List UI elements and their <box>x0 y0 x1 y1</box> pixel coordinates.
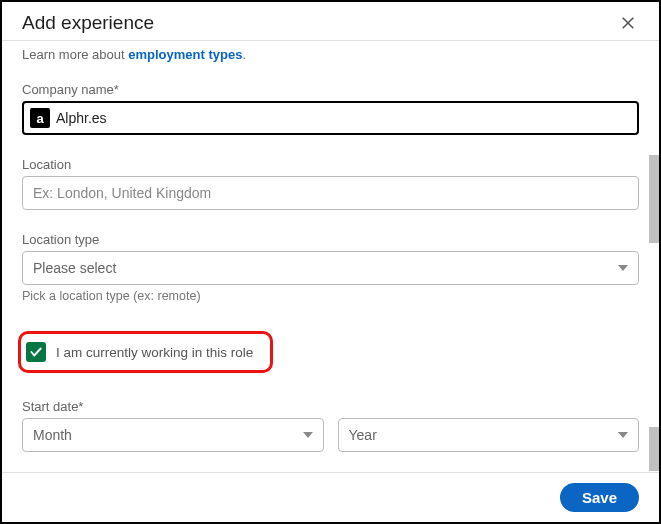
chevron-down-icon <box>618 432 628 438</box>
currently-working-label: I am currently working in this role <box>56 345 253 360</box>
chevron-down-icon <box>618 265 628 271</box>
currently-working-checkbox[interactable] <box>26 342 46 362</box>
company-name-input[interactable] <box>56 103 631 133</box>
scrollbar-thumb[interactable] <box>649 427 659 471</box>
learn-prefix: Learn more about <box>22 47 128 62</box>
learn-suffix: . <box>242 47 246 62</box>
save-button[interactable]: Save <box>560 483 639 512</box>
scrollbar-thumb[interactable] <box>649 155 659 243</box>
start-month-select[interactable]: Month <box>22 418 324 452</box>
location-type-value: Please select <box>33 260 116 276</box>
company-name-label: Company name* <box>22 82 639 97</box>
company-name-field[interactable]: a <box>22 101 639 135</box>
start-date-label: Start date* <box>22 399 639 414</box>
location-type-helper: Pick a location type (ex: remote) <box>22 289 639 303</box>
start-month-value: Month <box>33 427 72 443</box>
employment-types-link[interactable]: employment types <box>128 47 242 62</box>
start-year-value: Year <box>349 427 377 443</box>
location-type-select[interactable]: Please select <box>22 251 639 285</box>
learn-more-text: Learn more about employment types. <box>22 47 639 62</box>
page-title: Add experience <box>22 12 154 34</box>
start-year-select[interactable]: Year <box>338 418 640 452</box>
location-type-label: Location type <box>22 232 639 247</box>
company-logo-icon: a <box>30 108 50 128</box>
close-icon[interactable] <box>617 12 639 34</box>
location-label: Location <box>22 157 639 172</box>
chevron-down-icon <box>303 432 313 438</box>
location-input[interactable] <box>22 176 639 210</box>
